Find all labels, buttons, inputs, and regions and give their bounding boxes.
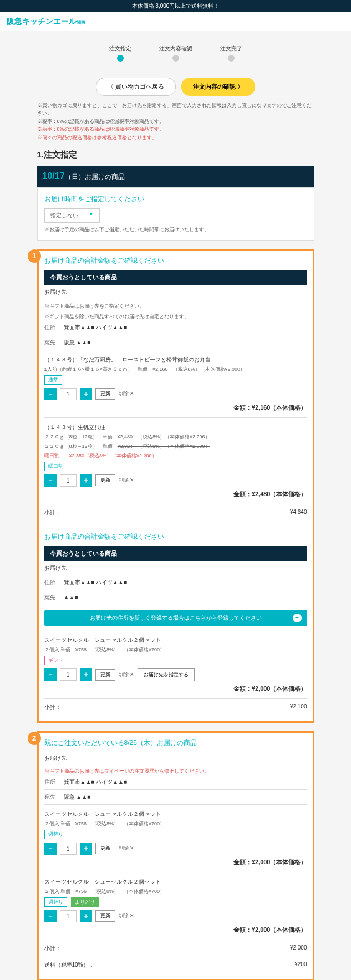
steps: 注文指定 注文内容確認 注文完了 — [37, 37, 314, 72]
subtotal-2: 小計：¥2,100 — [44, 699, 307, 716]
time-select[interactable]: 指定しない — [44, 208, 100, 223]
logo: 阪急キッチンエール関西 — [7, 17, 85, 25]
item-2: （１４３号）生帆立貝柱 ２２０ｇ（8粒～12粒） 単価：¥2,480 （税込8%… — [44, 418, 307, 504]
item-4: スイーツセルクル シューセルクル２個セット ２個入 単価：¥756 （税込8%）… — [44, 805, 307, 872]
time-box: お届け時間をご指定してください 指定しない ※お届け予定の商品は以下ご指定いただ… — [37, 187, 314, 241]
item-price: 金額：¥2,160（本体価格） — [44, 404, 307, 412]
item-1: （１４３号）「なだ万厨房」 ローストビーフと松茸御飯のお弁当 1人前（約縦１６×… — [44, 350, 307, 418]
item-price: 金額：¥2,480（本体価格） — [44, 490, 307, 498]
item-5: スイーツセルクル シューセルクル２個セット ２個入 単価：¥756 （税込8%）… — [44, 872, 307, 940]
tag-weekly: 週替り — [44, 830, 67, 839]
time-label: お届け時間をご指定してください — [44, 195, 307, 204]
register-address-button[interactable]: お届け先の住所を新しく登録する場合はこちらから登録してください+ — [44, 610, 307, 626]
back-to-cart-button[interactable]: 〈 買い物カゴへ戻る — [96, 78, 176, 96]
qty-input[interactable]: 1 — [60, 843, 77, 855]
qty-plus[interactable]: ＋ — [80, 843, 92, 855]
date-bar: 10/17（日）お届けの商品 — [37, 166, 314, 187]
badge-2: 2 — [28, 732, 41, 745]
tag-normal: 通常 — [44, 375, 62, 385]
delete-button[interactable]: 削除 ✕ — [119, 477, 135, 484]
qty-minus[interactable]: － — [44, 388, 57, 400]
update-button[interactable]: 更新 — [95, 388, 115, 400]
top-bar: 本体価格 3,000円以上で送料無料！ — [0, 0, 351, 12]
addr-home-row: 住所箕面市▲▲■ ハイツ▲▲■ — [44, 320, 307, 335]
step-3: 注文完了 — [220, 45, 242, 64]
cart-header: 今買おうとしている商品 — [44, 270, 307, 285]
confirm-order-button[interactable]: 注文内容の確認 〉 — [181, 78, 255, 96]
subtotal-3: 小計：¥2,000 — [44, 940, 307, 957]
subtotal-1: 小計：¥4,640 — [44, 504, 307, 521]
qty-plus[interactable]: ＋ — [80, 668, 92, 681]
qty-plus[interactable]: ＋ — [80, 388, 92, 400]
qty-minus[interactable]: － — [44, 668, 57, 681]
qty-minus[interactable]: － — [44, 474, 57, 487]
qty-plus[interactable]: ＋ — [80, 474, 92, 487]
delete-button[interactable]: 削除 ✕ — [119, 671, 135, 678]
section-1-box: 1 お届け商品の合計金額をご確認ください 今買おうとしている商品 お届け先 ※ギ… — [37, 249, 314, 723]
badge-1: 1 — [28, 249, 41, 263]
update-button[interactable]: 更新 — [95, 910, 115, 922]
qty-input[interactable]: 1 — [60, 388, 77, 400]
section-title: 1.注文指定 — [37, 150, 314, 160]
update-button[interactable]: 更新 — [95, 669, 115, 681]
tag-yoridori: よりどり — [71, 897, 99, 907]
step-1: 注文指定 — [109, 45, 131, 64]
qty-minus[interactable]: － — [44, 843, 57, 855]
qty-plus[interactable]: ＋ — [80, 910, 92, 922]
delete-button[interactable]: 削除 ✕ — [119, 845, 135, 852]
qty-input[interactable]: 1 — [60, 668, 77, 681]
tag-gift: ギフト — [44, 656, 67, 665]
notes: ※買い物カゴに戻りますと、ここで「お届け先を指定する」画面で入力された情報は入力… — [37, 101, 314, 141]
plus-icon: + — [293, 614, 302, 622]
addr-dest-row: 宛先阪急 ▲▲■ — [44, 335, 307, 350]
tag-dayoff: 曜日割 — [44, 462, 67, 471]
update-button[interactable]: 更新 — [95, 474, 115, 486]
qty-input[interactable]: 1 — [60, 474, 77, 487]
section-2-box: 2 既にご注文いただいている8/26（木）お届けの商品 お届け先 ※ギフト商品の… — [37, 731, 314, 980]
delete-button[interactable]: 削除 ✕ — [119, 390, 135, 397]
addr-label: お届け先 — [44, 285, 307, 299]
qty-input[interactable]: 1 — [60, 910, 77, 922]
shipping-row: 送料（税率10%）：¥200 — [44, 957, 307, 973]
item-3: スイーツセルクル シューセルクル２個セット ２個入 単価：¥756 （税込8%）… — [44, 631, 307, 699]
update-button[interactable]: 更新 — [95, 843, 115, 854]
step-2: 注文内容確認 — [159, 45, 192, 64]
assign-address-button[interactable]: お届け先を指定する — [138, 668, 195, 681]
delete-button[interactable]: 削除 ✕ — [119, 912, 135, 920]
header: 阪急キッチンエール関西 — [0, 12, 351, 31]
confirm-header: お届け商品の合計金額をご確認ください — [44, 256, 307, 266]
tag-weekly: 週替り — [44, 897, 67, 907]
qty-minus[interactable]: － — [44, 910, 57, 922]
time-note: ※お届け予定の商品は以下ご指定いただいた時間帯にお届けいたします。 — [44, 226, 307, 233]
